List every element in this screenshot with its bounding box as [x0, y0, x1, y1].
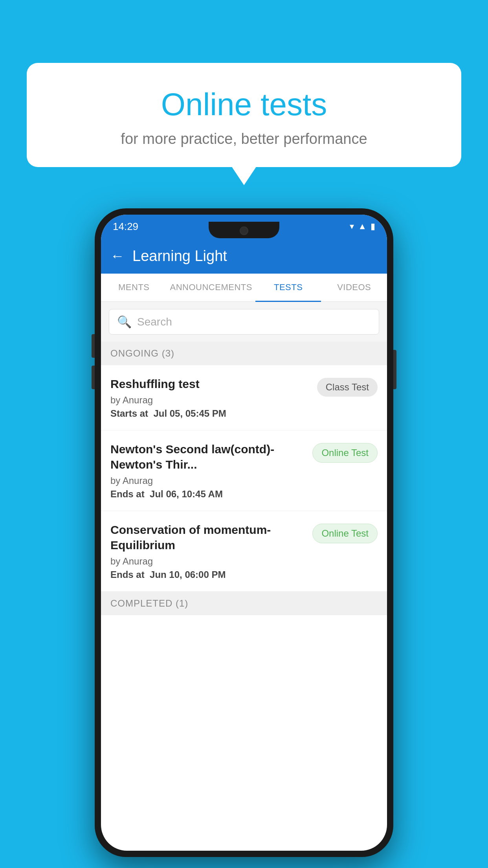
speech-bubble: Online tests for more practice, better p… [27, 63, 461, 167]
test-time-2: Ends at Jul 06, 10:45 AM [110, 489, 306, 500]
test-info-1: Reshuffling test by Anurag Starts at Jul… [110, 376, 311, 419]
status-icons: ▾ ▲ ▮ [350, 221, 375, 232]
bubble-title: Online tests [46, 86, 442, 123]
search-input-wrap[interactable]: 🔍 Search [109, 309, 379, 335]
bubble-subtitle: for more practice, better performance [46, 131, 442, 147]
search-icon: 🔍 [117, 315, 132, 329]
test-time-3: Ends at Jun 10, 06:00 PM [110, 569, 306, 580]
test-author-2: by Anurag [110, 475, 306, 486]
test-info-2: Newton's Second law(contd)-Newton's Thir… [110, 441, 306, 500]
test-list: Reshuffling test by Anurag Starts at Jul… [101, 365, 387, 592]
test-badge-2: Online Test [312, 443, 378, 463]
test-item-3[interactable]: Conservation of momentum-Equilibrium by … [101, 511, 387, 592]
ongoing-section-title: ONGOING (3) [110, 348, 174, 359]
test-badge-1: Class Test [317, 378, 378, 397]
phone-mockup: 14:29 ▾ ▲ ▮ ← Learning Light MENTS ANNOU… [95, 208, 393, 857]
power-button[interactable] [393, 350, 396, 389]
test-author-1: by Anurag [110, 395, 311, 406]
front-camera [240, 226, 248, 235]
status-time: 14:29 [113, 221, 138, 233]
tabs-bar: MENTS ANNOUNCEMENTS TESTS VIDEOS [101, 274, 387, 302]
test-author-3: by Anurag [110, 556, 306, 567]
test-item-1[interactable]: Reshuffling test by Anurag Starts at Jul… [101, 365, 387, 430]
tab-videos[interactable]: VIDEOS [321, 274, 387, 301]
app-title: Learning Light [132, 248, 227, 265]
app-header: ← Learning Light [101, 238, 387, 274]
volume-up-button[interactable] [92, 334, 95, 358]
search-bar-container: 🔍 Search [101, 302, 387, 342]
tab-announcements[interactable]: ANNOUNCEMENTS [167, 274, 255, 301]
phone-notch [209, 222, 279, 238]
tab-ments[interactable]: MENTS [101, 274, 167, 301]
tab-tests[interactable]: TESTS [255, 274, 321, 301]
battery-icon: ▮ [371, 221, 375, 232]
phone-shell: 14:29 ▾ ▲ ▮ ← Learning Light MENTS ANNOU… [95, 208, 393, 857]
back-button[interactable]: ← [110, 248, 125, 264]
test-name-2: Newton's Second law(contd)-Newton's Thir… [110, 441, 306, 472]
volume-down-button[interactable] [92, 366, 95, 389]
test-time-1: Starts at Jul 05, 05:45 PM [110, 408, 311, 419]
test-badge-3: Online Test [312, 524, 378, 543]
wifi-icon: ▾ [350, 221, 354, 232]
signal-icon: ▲ [358, 221, 367, 232]
test-info-3: Conservation of momentum-Equilibrium by … [110, 522, 306, 580]
search-input[interactable]: Search [137, 316, 172, 328]
ongoing-section-header: ONGOING (3) [101, 342, 387, 365]
test-item-2[interactable]: Newton's Second law(contd)-Newton's Thir… [101, 430, 387, 511]
completed-section-header: COMPLETED (1) [101, 592, 387, 615]
completed-section-title: COMPLETED (1) [110, 598, 188, 609]
phone-screen: 14:29 ▾ ▲ ▮ ← Learning Light MENTS ANNOU… [101, 215, 387, 851]
test-name-1: Reshuffling test [110, 376, 311, 392]
test-name-3: Conservation of momentum-Equilibrium [110, 522, 306, 553]
